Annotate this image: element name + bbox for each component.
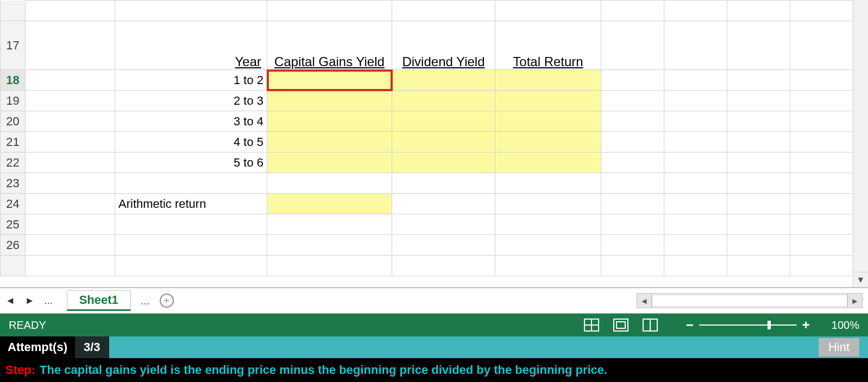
- row-header[interactable]: 26: [1, 235, 26, 256]
- cgy-header-text: Capital Gains Yield: [274, 54, 385, 69]
- row-header[interactable]: 23: [1, 173, 26, 194]
- cell-dy[interactable]: [392, 111, 495, 132]
- step-bar: Step: The capital gains yield is the end…: [0, 358, 868, 382]
- cell-arith-cgy[interactable]: [267, 194, 392, 214]
- row-header[interactable]: 18: [1, 70, 26, 91]
- cell-dy[interactable]: [392, 152, 495, 173]
- zoom-out-button[interactable]: −: [686, 317, 694, 333]
- row-header[interactable]: 21: [1, 132, 26, 152]
- year-header-text: Year: [235, 54, 262, 69]
- row-header-partial[interactable]: [1, 256, 26, 276]
- attempts-bar: Attempt(s) 3/3 Hint: [0, 336, 868, 358]
- sheet-tab-active[interactable]: Sheet1: [67, 290, 131, 311]
- cell-dy[interactable]: [392, 132, 495, 152]
- scroll-left-icon[interactable]: ◄: [637, 293, 652, 308]
- cell-cgy-active[interactable]: [267, 70, 392, 91]
- cell-year[interactable]: 1 to 2: [115, 70, 267, 91]
- step-label: Step:: [5, 363, 35, 377]
- cell-year-header[interactable]: Year: [115, 21, 267, 70]
- row-header[interactable]: 17: [1, 21, 26, 70]
- tab-nav-prev-icon[interactable]: ◄: [5, 295, 15, 307]
- view-normal-icon[interactable]: [584, 319, 599, 332]
- scroll-down-icon[interactable]: ▼: [853, 272, 868, 287]
- hint-button[interactable]: Hint: [819, 338, 859, 356]
- dy-header-text: Dividend Yield: [402, 54, 485, 69]
- attempts-count: 3/3: [75, 336, 109, 358]
- hscroll-thumb[interactable]: [652, 295, 847, 307]
- add-sheet-button[interactable]: +: [160, 294, 174, 308]
- row-header[interactable]: 20: [1, 111, 26, 132]
- tab-more-dots[interactable]: ...: [141, 295, 150, 307]
- cell-cgy[interactable]: [267, 152, 392, 173]
- cell-tr[interactable]: [495, 91, 601, 111]
- tab-nav-more-icon[interactable]: ...: [45, 295, 53, 307]
- cell-cgy[interactable]: [267, 111, 392, 132]
- tab-nav-next-icon[interactable]: ►: [25, 295, 35, 307]
- cell-tr[interactable]: [495, 70, 601, 91]
- row-header-partial[interactable]: [1, 1, 26, 21]
- attempts-label: Attempt(s): [0, 340, 75, 354]
- vertical-scrollbar[interactable]: ▼: [853, 0, 868, 287]
- hint-button-label: Hint: [828, 340, 850, 354]
- cell-tr[interactable]: [495, 111, 601, 132]
- spreadsheet-grid[interactable]: 17 Year Capital Gains Yield Dividend Yie…: [0, 0, 868, 288]
- sheet-tab-label: Sheet1: [79, 293, 118, 307]
- status-text: READY: [9, 319, 46, 332]
- view-page-layout-icon[interactable]: [613, 319, 628, 332]
- cell-tr[interactable]: [495, 152, 601, 173]
- step-text: The capital gains yield is the ending pr…: [40, 363, 607, 377]
- zoom-percent[interactable]: 100%: [832, 319, 859, 332]
- row-header[interactable]: 19: [1, 91, 26, 111]
- view-page-break-icon[interactable]: [643, 319, 658, 332]
- zoom-thumb[interactable]: [768, 321, 771, 329]
- cell-cgy[interactable]: [267, 91, 392, 111]
- cell-tr-header[interactable]: Total Return: [495, 21, 601, 70]
- row-header[interactable]: 22: [1, 152, 26, 173]
- cell-year[interactable]: 5 to 6: [115, 152, 267, 173]
- cell-tr[interactable]: [495, 132, 601, 152]
- zoom-slider[interactable]: [699, 324, 797, 326]
- cell-dy-header[interactable]: Dividend Yield: [392, 21, 495, 70]
- status-bar: READY − + 100%: [0, 314, 868, 336]
- cell-dy[interactable]: [392, 91, 495, 111]
- tr-header-text: Total Return: [513, 54, 583, 69]
- row-header[interactable]: 25: [1, 214, 26, 235]
- sheet-tab-bar: ◄ ► ... Sheet1 ... + ◄ ►: [0, 288, 868, 314]
- cell-arith-label[interactable]: Arithmetic return: [115, 194, 267, 214]
- cell-year[interactable]: 4 to 5: [115, 132, 267, 152]
- cell-year[interactable]: 2 to 3: [115, 91, 267, 111]
- horizontal-scrollbar[interactable]: ◄ ►: [637, 293, 863, 308]
- scroll-right-icon[interactable]: ►: [847, 293, 863, 308]
- row-header[interactable]: 24: [1, 194, 26, 214]
- cell-cgy-header[interactable]: Capital Gains Yield: [267, 21, 392, 70]
- cell-cgy[interactable]: [267, 132, 392, 152]
- zoom-in-button[interactable]: +: [802, 317, 810, 333]
- cell-year[interactable]: 3 to 4: [115, 111, 267, 132]
- cell-dy[interactable]: [392, 70, 495, 91]
